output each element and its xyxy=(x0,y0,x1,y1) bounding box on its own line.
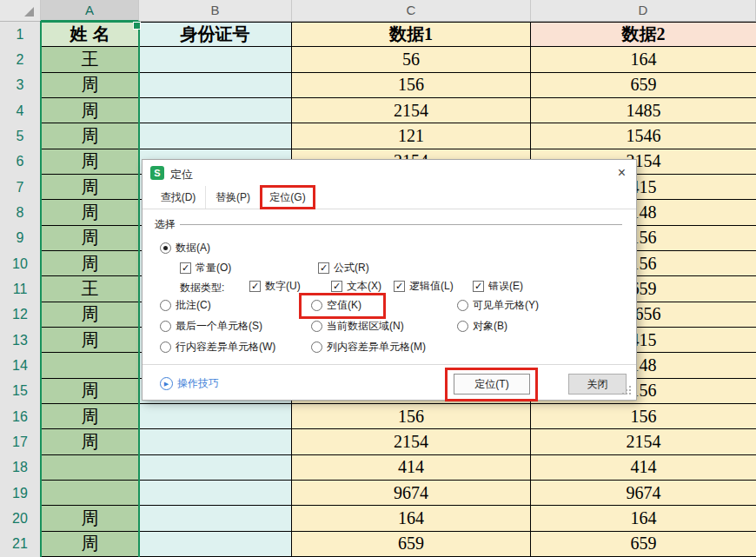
cell-A6[interactable]: 周 xyxy=(41,149,139,175)
cell-A19[interactable] xyxy=(41,481,139,506)
cell-D16[interactable]: 156 xyxy=(531,404,756,429)
cell-A15[interactable]: 周 xyxy=(41,379,139,404)
column-header-A[interactable]: A xyxy=(41,0,139,22)
row-header-18[interactable]: 18 xyxy=(0,455,41,481)
close-button[interactable]: 关闭 xyxy=(568,374,627,395)
cell-D2[interactable]: 164 xyxy=(531,47,756,72)
cell-A9[interactable]: 周 xyxy=(41,226,139,251)
select-all-corner[interactable] xyxy=(0,0,41,22)
cell-A1[interactable]: 姓名 xyxy=(41,22,139,47)
radio-data[interactable]: 数据(A) xyxy=(160,241,210,255)
checkbox-文本(X)[interactable]: ✓文本(X) xyxy=(331,279,381,294)
dialog-titlebar[interactable]: S 定位 × xyxy=(143,160,636,186)
cell-C5[interactable]: 121 xyxy=(292,123,531,149)
tab-查找(D)[interactable]: 查找(D) xyxy=(151,186,206,209)
cell-A2[interactable]: 王 xyxy=(41,47,139,72)
cell-A18[interactable] xyxy=(41,455,139,481)
cell-B2[interactable] xyxy=(139,47,292,72)
cell-A7[interactable]: 周 xyxy=(41,175,139,200)
row-header-13[interactable]: 13 xyxy=(0,328,41,353)
cell-D18[interactable]: 414 xyxy=(531,455,756,481)
cell-A8[interactable]: 周 xyxy=(41,200,139,225)
cell-A20[interactable]: 周 xyxy=(41,506,139,531)
row-header-2[interactable]: 2 xyxy=(0,47,41,72)
row-header-10[interactable]: 10 xyxy=(0,251,41,276)
radio-对象(B)[interactable]: 对象(B) xyxy=(457,319,507,334)
tips-link[interactable]: ▶ 操作技巧 xyxy=(160,376,219,391)
radio-空值(K)[interactable]: 空值(K) xyxy=(311,298,361,313)
column-header-B[interactable]: B xyxy=(139,0,292,22)
row-header-4[interactable]: 4 xyxy=(0,98,41,123)
cell-D20[interactable]: 164 xyxy=(531,506,756,531)
row-header-14[interactable]: 14 xyxy=(0,353,41,378)
checkbox-常量(O)[interactable]: ✓常量(O) xyxy=(180,261,231,275)
cell-C20[interactable]: 164 xyxy=(292,506,531,531)
cell-D21[interactable]: 659 xyxy=(531,532,756,557)
cell-A21[interactable]: 周 xyxy=(41,532,139,557)
row-header-19[interactable]: 19 xyxy=(0,481,41,506)
radio-最后一个单元格(S)[interactable]: 最后一个单元格(S) xyxy=(160,319,262,334)
radio-行内容差异单元格(W)[interactable]: 行内容差异单元格(W) xyxy=(160,340,275,355)
cell-B17[interactable] xyxy=(139,429,292,454)
cell-D17[interactable]: 2154 xyxy=(531,429,756,454)
cell-D1[interactable]: 数据2 xyxy=(531,22,756,47)
checkbox-错误(E)[interactable]: ✓错误(E) xyxy=(473,279,523,294)
cell-C17[interactable]: 2154 xyxy=(292,429,531,454)
locate-button[interactable]: 定位(T) xyxy=(454,374,530,395)
cell-C4[interactable]: 2154 xyxy=(292,98,531,123)
cell-B4[interactable] xyxy=(139,98,292,123)
row-header-20[interactable]: 20 xyxy=(0,506,41,531)
row-header-16[interactable]: 16 xyxy=(0,404,41,429)
cell-B16[interactable] xyxy=(139,404,292,429)
checkbox-逻辑值(L)[interactable]: ✓逻辑值(L) xyxy=(394,279,454,294)
row-header-7[interactable]: 7 xyxy=(0,175,41,200)
radio-列内容差异单元格(M)[interactable]: 列内容差异单元格(M) xyxy=(311,340,426,355)
cell-D3[interactable]: 659 xyxy=(531,73,756,98)
cell-C21[interactable]: 659 xyxy=(292,532,531,557)
row-header-21[interactable]: 21 xyxy=(0,532,41,557)
radio-当前数据区域(N)[interactable]: 当前数据区域(N) xyxy=(311,319,404,334)
cell-C3[interactable]: 156 xyxy=(292,73,531,98)
cell-B5[interactable] xyxy=(139,123,292,149)
dialog-resize-grip[interactable] xyxy=(629,393,631,395)
checkbox-公式(R)[interactable]: ✓公式(R) xyxy=(318,261,369,275)
column-header-D[interactable]: D xyxy=(531,0,756,22)
cell-A17[interactable]: 周 xyxy=(41,429,139,454)
tab-定位(G)[interactable]: 定位(G) xyxy=(261,186,315,209)
cell-B18[interactable] xyxy=(139,455,292,481)
cell-C1[interactable]: 数据1 xyxy=(292,22,531,47)
cell-A10[interactable]: 周 xyxy=(41,251,139,276)
checkbox-数字(U)[interactable]: ✓数字(U) xyxy=(249,279,301,294)
cell-C16[interactable]: 156 xyxy=(292,404,531,429)
cell-D5[interactable]: 1546 xyxy=(531,123,756,149)
cell-C19[interactable]: 9674 xyxy=(292,481,531,506)
radio-可见单元格(Y)[interactable]: 可见单元格(Y) xyxy=(457,298,539,313)
cell-A12[interactable]: 周 xyxy=(41,302,139,328)
row-header-17[interactable]: 17 xyxy=(0,429,41,454)
row-header-8[interactable]: 8 xyxy=(0,200,41,225)
cell-D4[interactable]: 1485 xyxy=(531,98,756,123)
row-header-1[interactable]: 1 xyxy=(0,22,41,47)
cell-A13[interactable]: 周 xyxy=(41,328,139,353)
cell-A16[interactable]: 周 xyxy=(41,404,139,429)
row-header-15[interactable]: 15 xyxy=(0,379,41,404)
row-header-5[interactable]: 5 xyxy=(0,123,41,149)
selection-fill-handle[interactable] xyxy=(133,22,141,30)
row-header-6[interactable]: 6 xyxy=(0,149,41,175)
row-header-12[interactable]: 12 xyxy=(0,302,41,328)
cell-C18[interactable]: 414 xyxy=(292,455,531,481)
row-header-3[interactable]: 3 xyxy=(0,73,41,98)
tab-替换(P)[interactable]: 替换(P) xyxy=(206,186,261,209)
cell-B19[interactable] xyxy=(139,481,292,506)
cell-B21[interactable] xyxy=(139,532,292,557)
cell-A14[interactable] xyxy=(41,353,139,378)
cell-A3[interactable]: 周 xyxy=(41,73,139,98)
cell-C2[interactable]: 56 xyxy=(292,47,531,72)
cell-A4[interactable]: 周 xyxy=(41,98,139,123)
cell-A5[interactable]: 周 xyxy=(41,123,139,149)
column-header-C[interactable]: C xyxy=(292,0,531,22)
cell-B20[interactable] xyxy=(139,506,292,531)
row-header-11[interactable]: 11 xyxy=(0,276,41,302)
cell-D19[interactable]: 9674 xyxy=(531,481,756,506)
row-header-9[interactable]: 9 xyxy=(0,226,41,251)
